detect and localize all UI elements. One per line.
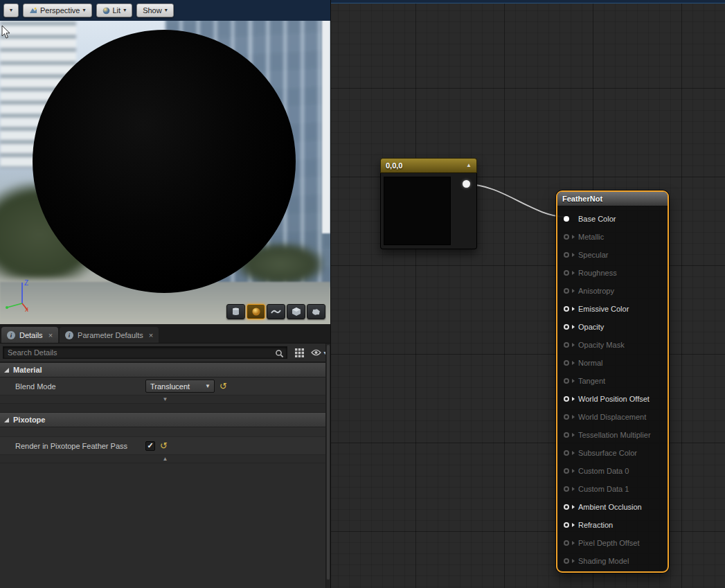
- pin-world-position-offset[interactable]: World Position Offset: [557, 390, 668, 408]
- material-preview-viewport[interactable]: ▾ Perspective ▾ Lit ▾ Show ▾: [0, 0, 330, 324]
- pin-label: Emissive Color: [578, 305, 629, 313]
- preview-shape-buttons: [226, 304, 325, 319]
- scrollbar-thumb[interactable]: [327, 345, 330, 580]
- plane-icon: [271, 308, 281, 315]
- tab-details[interactable]: i Details ×: [1, 327, 58, 343]
- pin-shading-model[interactable]: Shading Model: [557, 552, 668, 570]
- pin-custom-data-0[interactable]: Custom Data 0: [557, 462, 668, 480]
- perspective-button[interactable]: Perspective ▾: [23, 3, 92, 17]
- pin-label: Specular: [578, 251, 608, 259]
- preview-shape-cylinder-button[interactable]: [226, 304, 245, 319]
- pin-tangent[interactable]: Tangent: [557, 372, 668, 390]
- material-node-header[interactable]: FeatherNot: [557, 192, 668, 206]
- material-section-expander[interactable]: ▼: [0, 395, 330, 404]
- pin-label: Metallic: [578, 233, 604, 241]
- pin-pixel-depth-offset[interactable]: Pixel Depth Offset: [557, 534, 668, 552]
- blend-mode-value: Translucent: [150, 382, 190, 391]
- reset-to-default-icon[interactable]: ↺: [220, 382, 227, 391]
- viewport-options-dropdown-button[interactable]: ▾: [3, 3, 19, 17]
- pin-subsurface-color[interactable]: Subsurface Color: [557, 444, 668, 462]
- chevron-down-icon: ▾: [165, 8, 168, 13]
- feather-pass-label: Render in Pixotope Feather Pass: [0, 442, 145, 450]
- eye-icon: [311, 349, 321, 356]
- chevron-down-icon: ▾: [82, 8, 85, 13]
- pin-icon: [564, 540, 569, 546]
- close-icon[interactable]: ×: [48, 331, 53, 339]
- pin-anisotropy[interactable]: Anisotropy: [557, 282, 668, 300]
- property-matrix-button[interactable]: [291, 346, 307, 359]
- tab-parameter-defaults-label: Parameter Defaults: [78, 331, 143, 339]
- pin-label: Opacity: [578, 323, 604, 331]
- material-section-header[interactable]: Material: [0, 362, 330, 377]
- lit-mode-icon: [102, 7, 110, 15]
- search-input[interactable]: Search Details: [3, 346, 287, 359]
- color-swatch[interactable]: [384, 177, 451, 245]
- pin-label: Subsurface Color: [578, 449, 637, 457]
- preview-shape-cube-button[interactable]: [287, 304, 305, 319]
- constant-node-body[interactable]: [380, 173, 477, 249]
- constant-output-pin[interactable]: [463, 180, 470, 188]
- pin-icon: [564, 414, 569, 420]
- pixotope-section-header[interactable]: Pixotope: [0, 412, 330, 427]
- constant-node-header[interactable]: 0,0,0 ▲: [380, 158, 477, 173]
- grid-icon: [295, 348, 304, 357]
- axis-gizmo: Z x: [4, 277, 43, 313]
- pin-label: Roughness: [578, 269, 617, 277]
- pin-icon: [564, 360, 569, 366]
- material-result-node[interactable]: FeatherNot Base ColorMetallicSpecularRou…: [556, 190, 669, 573]
- pin-metallic[interactable]: Metallic: [557, 228, 668, 246]
- preview-shape-sphere-button[interactable]: [247, 304, 265, 319]
- collapse-triangle-icon[interactable]: ▲: [466, 163, 472, 168]
- expanded-triangle-icon: [4, 418, 9, 422]
- blend-mode-label: Blend Mode: [0, 382, 145, 391]
- pin-icon: [564, 378, 569, 384]
- pin-specular[interactable]: Specular: [557, 246, 668, 264]
- pin-base-color[interactable]: Base Color: [557, 210, 668, 228]
- pin-label: Normal: [578, 359, 602, 367]
- pin-emissive-color[interactable]: Emissive Color: [557, 300, 668, 318]
- blend-mode-row: Blend Mode Translucent ▼ ↺: [0, 377, 330, 395]
- lit-button[interactable]: Lit ▾: [96, 3, 133, 17]
- pin-custom-data-1[interactable]: Custom Data 1: [557, 480, 668, 498]
- pin-label: Refraction: [578, 521, 613, 529]
- preview-sphere[interactable]: [33, 30, 296, 293]
- photo-pillar: [322, 0, 330, 233]
- pin-icon: [564, 486, 569, 492]
- pin-icon: [564, 504, 569, 510]
- pin-icon: [564, 342, 569, 348]
- sphere-icon: [251, 307, 261, 317]
- pin-opacity[interactable]: Opacity: [557, 318, 668, 336]
- section-gap: [0, 404, 330, 412]
- show-button[interactable]: Show ▾: [136, 3, 174, 17]
- pin-normal[interactable]: Normal: [557, 354, 668, 372]
- blend-mode-dropdown[interactable]: Translucent ▼: [145, 380, 215, 393]
- section-subgap: [0, 427, 330, 437]
- info-icon: i: [7, 331, 15, 339]
- pin-roughness[interactable]: Roughness: [557, 264, 668, 282]
- cylinder-icon: [231, 307, 240, 317]
- pin-icon: [564, 558, 569, 564]
- pin-icon: [564, 234, 569, 240]
- perspective-icon: [29, 7, 37, 15]
- reset-to-default-icon[interactable]: ↺: [160, 441, 168, 450]
- details-search-row: Search Details ▼: [0, 344, 330, 362]
- pin-label: World Position Offset: [578, 395, 650, 403]
- lit-button-label: Lit: [113, 6, 121, 15]
- details-tab-bar: i Details × i Parameter Defaults ×: [0, 324, 330, 344]
- constant-color-node[interactable]: 0,0,0 ▲: [380, 158, 477, 249]
- feather-pass-checkbox[interactable]: ✓: [145, 441, 155, 451]
- pin-refraction[interactable]: Refraction: [557, 516, 668, 534]
- pin-tessellation-multiplier[interactable]: Tessellation Multiplier: [557, 426, 668, 444]
- pixotope-section-expander[interactable]: ▲: [0, 455, 330, 463]
- pin-ambient-occlusion[interactable]: Ambient Occlusion: [557, 498, 668, 516]
- preview-shape-mesh-button[interactable]: [307, 304, 325, 319]
- chevron-down-icon: ▼: [205, 383, 211, 389]
- pin-opacity-mask[interactable]: Opacity Mask: [557, 336, 668, 354]
- pin-icon: [564, 396, 569, 402]
- details-scrollbar[interactable]: [325, 344, 330, 588]
- pin-world-displacement[interactable]: World Displacement: [557, 408, 668, 426]
- tab-parameter-defaults[interactable]: i Parameter Defaults ×: [60, 327, 159, 343]
- material-graph-panel[interactable]: 0,0,0 ▲ FeatherNot Base ColorMetallicSpe…: [331, 0, 725, 588]
- preview-shape-plane-button[interactable]: [267, 304, 285, 319]
- close-icon[interactable]: ×: [149, 331, 153, 339]
